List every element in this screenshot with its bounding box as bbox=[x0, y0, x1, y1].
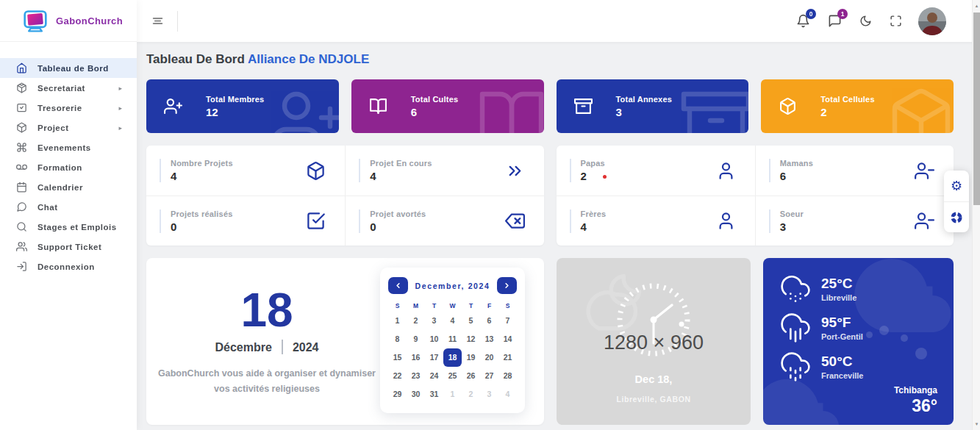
scrollbar-thumb[interactable] bbox=[973, 12, 980, 205]
topbar-actions: 0 1 bbox=[779, 7, 946, 35]
topbar: 0 1 bbox=[137, 0, 980, 42]
alert-dot bbox=[603, 175, 607, 179]
sidebar-item-label: Project bbox=[37, 123, 118, 132]
stat-card-total-annexes[interactable]: Total Annexes 3 bbox=[557, 79, 749, 133]
metric-text: Mamans 6 bbox=[769, 159, 813, 182]
cube-icon bbox=[886, 85, 954, 133]
backspace-icon bbox=[505, 211, 525, 231]
sidebar-item-support-ticket[interactable]: Support Ticket bbox=[0, 237, 137, 257]
main-content: Tableau De Bord Alliance De NDJOLE Total… bbox=[137, 42, 972, 430]
user-avatar[interactable] bbox=[918, 7, 946, 35]
scroll-up-arrow[interactable]: ▲ bbox=[973, 4, 980, 8]
calendar-day[interactable]: 30 bbox=[407, 385, 425, 404]
sidebar-item-tableau-de-bord[interactable]: Tableau de Bord bbox=[0, 58, 137, 78]
calendar-day[interactable]: 4 bbox=[443, 312, 462, 330]
codesandbox-icon bbox=[16, 82, 27, 93]
scrollbar[interactable]: ▲ ▼ bbox=[972, 0, 980, 430]
sidebar-item-deconnexion[interactable]: Deconnexion bbox=[0, 257, 137, 276]
calendar-day[interactable]: 7 bbox=[498, 312, 517, 330]
calendar-day[interactable]: 1 bbox=[443, 385, 462, 404]
theme-button[interactable] bbox=[944, 201, 969, 232]
calendar-day[interactable]: 2 bbox=[462, 385, 480, 404]
scroll-down-arrow[interactable]: ▼ bbox=[973, 422, 980, 426]
calendar-day[interactable]: 25 bbox=[443, 367, 462, 385]
brand[interactable]: GabonChurch bbox=[0, 0, 137, 42]
calendar-day[interactable]: 22 bbox=[388, 367, 407, 385]
calendar-day[interactable]: 23 bbox=[407, 367, 425, 385]
user-minus-icon bbox=[915, 161, 934, 181]
sidebar-item-label: Support Ticket bbox=[37, 243, 124, 251]
calendar-day-selected[interactable]: 18 bbox=[443, 348, 462, 367]
stat-card-value: 6 bbox=[411, 106, 459, 118]
sidebar-item-calendrier[interactable]: Calendrier bbox=[0, 177, 137, 197]
calendar-day[interactable]: 6 bbox=[480, 312, 498, 330]
fullscreen-icon bbox=[890, 15, 902, 27]
calendar-day[interactable]: 1 bbox=[388, 312, 407, 330]
sidebar-item-tresorerie[interactable]: Tresorerie▸ bbox=[0, 98, 137, 118]
stat-card-total-cultes[interactable]: Total Cultes 6 bbox=[351, 79, 544, 133]
menu-toggle-button[interactable] bbox=[151, 15, 164, 27]
chevron-right-icon bbox=[503, 282, 511, 290]
calendar-day[interactable]: 17 bbox=[425, 348, 443, 367]
weather-temp: 95°F bbox=[821, 315, 863, 331]
sidebar-item-secretariat[interactable]: Secretariat▸ bbox=[0, 78, 137, 98]
sidebar-item-formation[interactable]: Formation bbox=[0, 157, 137, 177]
archive-icon bbox=[681, 85, 748, 133]
sidebar-item-evenements[interactable]: Evenements bbox=[0, 137, 137, 157]
notification-badge: 0 bbox=[806, 9, 816, 19]
calendar-next-button[interactable] bbox=[497, 277, 517, 294]
brand-name: GabonChurch bbox=[56, 15, 123, 26]
calendar-day[interactable]: 10 bbox=[425, 330, 443, 348]
calendar-day[interactable]: 31 bbox=[425, 385, 443, 404]
sidebar-item-stages-et-emplois[interactable]: Stages et Emplois bbox=[0, 217, 137, 237]
calendar-day[interactable]: 3 bbox=[480, 385, 498, 404]
calendar-day[interactable]: 26 bbox=[462, 367, 480, 385]
calendar-day[interactable]: 13 bbox=[480, 330, 498, 348]
app-tagline: GabonChurch vous aide à organiser et dyn… bbox=[154, 366, 380, 396]
calendar-day[interactable]: 9 bbox=[407, 330, 425, 348]
metric-text: Projet avortés 0 bbox=[359, 209, 426, 233]
weather-city: Franceville bbox=[821, 371, 863, 380]
calendar-day[interactable]: 27 bbox=[480, 367, 498, 385]
calendar-day-header: S bbox=[388, 295, 407, 312]
metric-label: Soeur bbox=[780, 209, 804, 218]
sidebar-item-project[interactable]: Project▸ bbox=[0, 118, 137, 137]
stat-card-total-cellules[interactable]: Total Cellules 2 bbox=[761, 79, 954, 133]
messages-button[interactable]: 1 bbox=[828, 14, 842, 28]
calendar-day[interactable]: 15 bbox=[388, 348, 407, 367]
settings-button[interactable]: ⚙ bbox=[944, 171, 969, 201]
current-month: Décembre bbox=[215, 341, 272, 354]
calendar-day[interactable]: 4 bbox=[498, 385, 517, 404]
sidebar-item-chat[interactable]: Chat bbox=[0, 197, 137, 217]
calendar-day[interactable]: 11 bbox=[443, 330, 462, 348]
calendar-day[interactable]: 20 bbox=[480, 348, 498, 367]
metric-label: Mamans bbox=[780, 159, 813, 168]
metric-cell-mamans: Mamans 6 bbox=[755, 146, 954, 196]
calendar-day[interactable]: 8 bbox=[388, 330, 407, 348]
calendar-day[interactable]: 14 bbox=[498, 330, 517, 348]
search-icon bbox=[16, 221, 27, 232]
calendar-day[interactable]: 2 bbox=[407, 312, 425, 330]
sidebar: GabonChurch Tableau de BordSecretariat▸T… bbox=[0, 0, 137, 430]
month-year-row: Décembre2024 bbox=[154, 340, 380, 354]
calendar-day[interactable]: 28 bbox=[498, 367, 517, 385]
calendar-day[interactable]: 29 bbox=[388, 385, 407, 404]
fullscreen-button[interactable] bbox=[890, 15, 902, 27]
metric-value: 2 bbox=[581, 170, 607, 182]
brand-logo-icon bbox=[22, 8, 49, 33]
users-icon bbox=[16, 241, 27, 252]
notifications-button[interactable]: 0 bbox=[796, 14, 810, 28]
calendar-day[interactable]: 21 bbox=[498, 348, 517, 367]
calendar-prev-button[interactable] bbox=[388, 277, 408, 294]
calendar-day[interactable]: 5 bbox=[462, 312, 480, 330]
metric-label: Papas bbox=[581, 159, 607, 168]
stat-card-total-membres[interactable]: Total Membres 12 bbox=[146, 79, 339, 133]
stat-card-label: Total Annexes bbox=[616, 95, 673, 104]
calendar-day[interactable]: 24 bbox=[425, 367, 443, 385]
calendar-day[interactable]: 19 bbox=[462, 348, 480, 367]
calendar-day[interactable]: 16 bbox=[407, 348, 425, 367]
dark-mode-toggle[interactable] bbox=[859, 15, 872, 27]
chevron-right-icon: ▸ bbox=[118, 124, 122, 132]
calendar-day[interactable]: 3 bbox=[425, 312, 443, 330]
calendar-day[interactable]: 12 bbox=[462, 330, 480, 348]
